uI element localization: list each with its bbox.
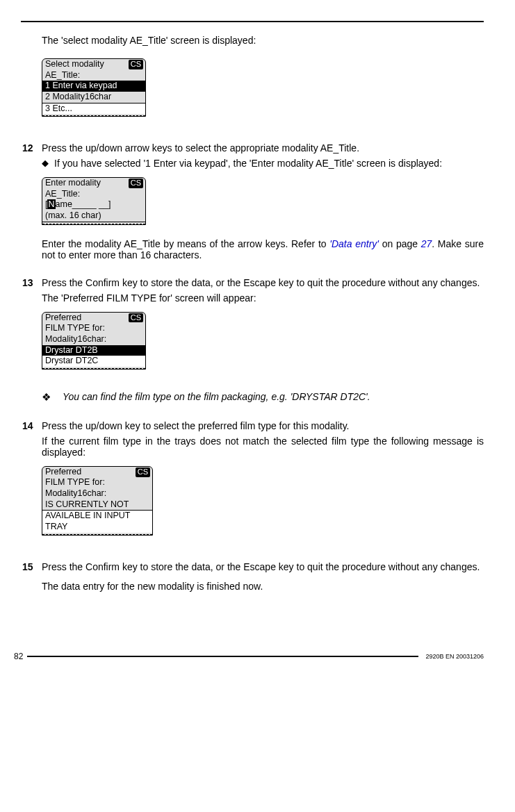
step-13: 13 Press the Confirm key to store the da…	[42, 277, 484, 408]
lcd-option: Drystar DT2C	[42, 356, 145, 367]
lcd-not-available: CS Preferred FILM TYPE for: Modality16ch…	[42, 466, 153, 536]
input-rest: ame_____ __]	[56, 199, 111, 209]
lcd-line: AE_Title:	[42, 189, 145, 200]
note-icon: ❖	[42, 391, 63, 404]
lcd-enter-modality: CS Enter modality AE_Title: [Name_____ _…	[42, 177, 146, 225]
cs-badge: CS	[136, 467, 150, 477]
lcd-dash	[42, 368, 145, 369]
step-15: 15 Press the Confirm key to store the da…	[42, 561, 484, 596]
bullet-text: If you have selected '1 Enter via keypad…	[54, 158, 484, 169]
step-text: Press the up/down arrow keys to select t…	[42, 142, 484, 154]
lcd-option-selected: 1 Enter via keypad	[42, 81, 145, 92]
lcd-option: 3 Etc...	[42, 103, 145, 115]
step-number: 13	[22, 277, 42, 408]
doc-id: 2920B EN 20031206	[425, 653, 484, 660]
step-number: 15	[22, 561, 42, 596]
input-cursor: N	[47, 199, 55, 209]
step-body: Press the up/down arrow keys to select t…	[42, 142, 484, 265]
intro-text: The 'select modality AE_Title' screen is…	[42, 35, 484, 46]
step-12: 12 Press the up/down arrow keys to selec…	[42, 142, 484, 265]
top-rule	[21, 21, 484, 22]
cs-badge: CS	[129, 179, 143, 188]
step-text: Press the Confirm key to store the data,…	[42, 561, 484, 572]
lcd-line: FILM TYPE for:	[42, 323, 145, 334]
lcd-select-modality: CS Select modality AE_Title: 1 Enter via…	[42, 58, 146, 117]
lcd-dash	[42, 224, 145, 224]
note-row: ❖ You can find the film type on the film…	[42, 391, 484, 404]
page-content: The 'select modality AE_Title' screen is…	[42, 35, 484, 596]
lcd-line: FILM TYPE for:	[42, 477, 152, 488]
step-text: The 'Preferred FILM TYPE for' screen wil…	[42, 292, 484, 304]
cs-badge: CS	[129, 313, 143, 323]
note-text: You can find the film type on the film p…	[63, 391, 484, 404]
step-text: The data entry for the new modality is f…	[42, 581, 484, 592]
lcd-line: TRAY	[42, 522, 152, 533]
lcd-dash	[42, 115, 145, 116]
step-text: If the current film type in the trays do…	[42, 436, 484, 458]
lcd-line: AE_Title:	[42, 70, 145, 81]
paragraph: Enter the modality AE_Title by means of …	[42, 238, 484, 260]
lcd-dash	[42, 534, 152, 535]
lcd-line: (max. 16 char)	[42, 210, 145, 222]
step-14: 14 Press the up/down key to select the p…	[42, 420, 484, 549]
text-span: Enter the modality AE_Title by means of …	[42, 238, 329, 249]
lcd-line: Modality16char:	[42, 488, 152, 499]
lcd-line: IS CURRENTLY NOT	[42, 499, 152, 511]
diamond-bullet-icon: ◆	[42, 158, 54, 169]
text-span: on page	[379, 238, 421, 249]
step-text: Press the up/down key to select the pref…	[42, 420, 484, 431]
step-text: Press the Confirm key to store the data,…	[42, 277, 484, 288]
page-number: 82	[14, 652, 23, 661]
footer-rule	[27, 656, 418, 657]
step-number: 12	[22, 142, 42, 265]
step-body: Press the Confirm key to store the data,…	[42, 277, 484, 408]
bullet-item: ◆ If you have selected '1 Enter via keyp…	[42, 158, 484, 169]
step-body: Press the up/down key to select the pref…	[42, 420, 484, 549]
step-number: 14	[22, 420, 42, 549]
lcd-preferred-filmtype: CS Preferred FILM TYPE for: Modality16ch…	[42, 312, 146, 370]
lcd-line: AVAILABLE IN INPUT	[42, 511, 152, 522]
link-page-27[interactable]: 27	[421, 238, 432, 249]
step-body: Press the Confirm key to store the data,…	[42, 561, 484, 596]
lcd-option: 2 Modality16char	[42, 92, 145, 103]
link-data-entry[interactable]: 'Data entry'	[329, 238, 379, 249]
lcd-input-line: [Name_____ __]	[42, 199, 145, 210]
cs-badge: CS	[129, 60, 143, 69]
lcd-line: Modality16char:	[42, 334, 145, 345]
lcd-option-selected: Drystar DT2B	[42, 345, 145, 356]
page-footer: 82 2920B EN 20031206	[14, 652, 484, 661]
